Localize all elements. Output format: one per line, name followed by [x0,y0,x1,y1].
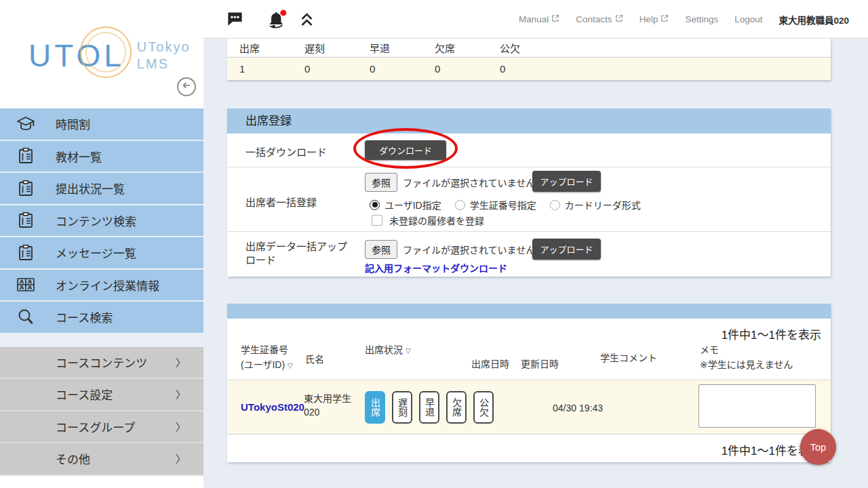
summary-header-absent: 欠席 [422,41,488,55]
radio-user-id[interactable]: ユーザID指定 [370,198,441,211]
status-button-absent[interactable]: 欠席 [446,391,467,424]
bulk-download-label: 一括ダウンロード [245,144,327,159]
upload-button[interactable]: アップロード [532,171,601,192]
logo-ring-decoration [85,32,126,73]
column-header-student-id[interactable]: 学生証番号 (ユーザID) ▽ [241,343,293,372]
radio-unselected-icon [550,200,560,210]
settings-link[interactable]: Settings [685,14,718,24]
radio-label: 学生証番号指定 [470,198,536,211]
column-header-status[interactable]: 出席状況 ▽ [365,343,411,358]
summary-value-early-leave: 0 [357,63,422,75]
browse-button[interactable]: 参照 [365,240,397,259]
search-icon [14,308,38,327]
radio-card-reader-format[interactable]: カードリーダ形式 [550,198,641,211]
chevron-right-icon: 〉 [176,355,186,369]
bulk-download-row: 一括ダウンロード ダウンロード [227,134,831,167]
contacts-link[interactable]: Contacts [576,14,623,24]
download-button[interactable]: ダウンロード [365,140,446,160]
checkbox-icon[interactable] [372,215,382,226]
radio-unselected-icon [455,200,465,210]
topbar-links: Manual Contacts Help Settings Logout 東大用… [519,0,849,39]
radio-label: ユーザID指定 [384,198,441,211]
manual-link[interactable]: Manual [519,14,559,24]
sidebar-item-label: 時間割 [56,115,90,132]
sidebar-group-course-settings[interactable]: コース設定 〉 [0,379,203,411]
radio-student-card-number[interactable]: 学生証番号指定 [455,198,536,211]
sidebar-item-timetable[interactable]: 時間割 [0,108,203,141]
notification-bell-icon[interactable] [266,9,288,33]
id-format-radio-group: ユーザID指定 学生証番号指定 カードリーダ形式 [370,198,641,211]
status-button-early-leave[interactable]: 早退 [419,391,439,424]
double-chevron-up-icon[interactable] [299,12,315,30]
student-id-link[interactable]: UTokyoSt020 [241,401,304,413]
summary-header-excused: 公欠 [488,41,553,55]
sidebar-item-online-class-info[interactable]: オンライン授業情報 [0,270,203,302]
sidebar-item-messages[interactable]: メッセージ一覧 [0,237,203,270]
summary-value-row: 1 0 0 0 0 [227,58,831,80]
sidebar-item-label: 教材一覧 [56,148,102,165]
status-button-present[interactable]: 出席 [365,391,385,424]
attendance-summary-table: 出席 遅刻 早退 欠席 公欠 1 0 0 0 0 [227,39,831,80]
scroll-to-top-button[interactable]: Top [800,429,836,465]
online-class-icon [14,276,38,293]
summary-header-present: 出席 [227,41,292,55]
sidebar-group-label: コースグループ [56,418,135,435]
format-download-link[interactable]: 記入用フォーマットダウンロード [365,261,507,274]
attendee-bulk-register-row: 出席者一括登録 参照 ファイルが選択されていません。 アップロード ユーザID指… [227,167,831,231]
back-arrow-icon [181,80,192,94]
summary-value-present: 1 [227,63,292,75]
table-top-bar [227,304,831,319]
sidebar-item-content-search[interactable]: コンテンツ検索 [0,205,203,238]
upload-button[interactable]: アップロード [532,239,601,260]
column-header-name: 氏名 [305,352,324,367]
file-select-line: 参照 ファイルが選択されていません。 [365,240,545,259]
sidebar-item-label: オンライン授業情報 [56,277,159,293]
sidebar-item-materials[interactable]: 教材一覧 [0,141,203,174]
summary-value-absent: 0 [422,63,488,75]
logout-link[interactable]: Logout [734,14,762,24]
sidebar-collapse-button[interactable] [177,77,196,96]
sidebar-item-submission-status[interactable]: 提出状況一覧 [0,173,203,205]
file-status-text: ファイルが選択されていません。 [403,243,545,256]
register-unenrolled-option[interactable]: 未登録の履修者を登録 [372,214,484,227]
sidebar-group-label: コースコンテンツ [56,354,147,371]
update-time-value: 04/30 19:43 [553,403,603,413]
clipboard-icon [14,146,38,165]
sidebar: UTOL UTokyo LMS 時間割 教材一覧 [0,0,203,488]
attendance-data-upload-row: 出席データ一括アップロード 参照 ファイルが選択されていません。 アップロード … [227,231,831,277]
data-upload-label: 出席データ一括アップロード [245,240,355,268]
main-content: 出席 遅刻 早退 欠席 公欠 1 0 0 0 0 出席登録 一括ダウンロード ダ… [203,39,868,488]
column-header-update-time: 更新日時 [521,357,559,372]
sidebar-group-course-contents[interactable]: コースコンテンツ 〉 [0,347,203,380]
help-link[interactable]: Help [639,14,669,24]
status-button-excused[interactable]: 公欠 [473,391,494,424]
clipboard-icon [14,179,38,198]
summary-header-late: 遅刻 [292,41,357,55]
chat-icon[interactable] [226,9,244,30]
sidebar-menu: 時間割 教材一覧 提出状況一覧 コンテンツ検索 メッセージ一覧 [0,108,203,476]
sidebar-group-others[interactable]: その他 〉 [0,443,203,476]
attendance-registration-panel: 出席登録 一括ダウンロード ダウンロード 出席者一括登録 参照 ファイルが選択さ… [227,108,831,277]
external-link-icon [615,14,623,24]
panel-title: 出席登録 [227,108,831,134]
summary-value-excused: 0 [488,63,553,75]
table-footer: 1件中1〜1件を表示 [227,434,831,462]
external-link-icon [551,14,559,24]
sidebar-item-course-search[interactable]: コース検索 [0,302,203,334]
clipboard-icon [14,243,38,262]
column-header-attend-time: 出席日時 [471,357,509,372]
app-logo[interactable]: UTOL UTokyo LMS [28,37,191,74]
sidebar-group-label: コース設定 [56,386,113,403]
clipboard-icon [14,211,38,230]
summary-header-row: 出席 遅刻 早退 欠席 公欠 [227,39,831,58]
memo-textarea[interactable] [698,384,816,428]
result-count-text: 1件中1〜1件を表示 [722,325,821,342]
column-header-memo: メモ ※学生には見えません [700,343,793,372]
sidebar-group-course-group[interactable]: コースグループ 〉 [0,411,203,444]
topbar: Manual Contacts Help Settings Logout 東大用… [203,0,868,39]
browse-button[interactable]: 参照 [365,173,397,192]
column-header-student-comment: 学生コメント [600,351,657,366]
radio-selected-icon [370,200,380,210]
external-link-icon [660,14,669,24]
status-button-late[interactable]: 遅刻 [392,391,412,424]
